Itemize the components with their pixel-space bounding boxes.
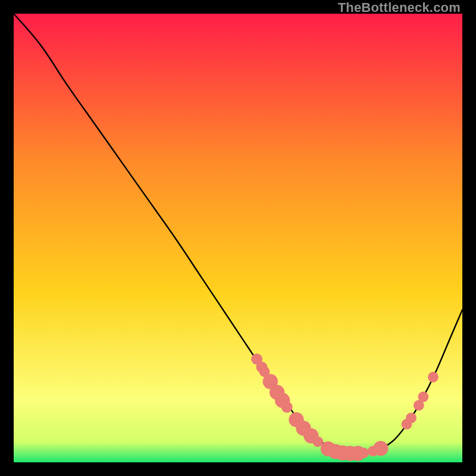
data-marker xyxy=(358,447,369,458)
chart-frame xyxy=(14,14,462,462)
data-marker xyxy=(418,392,429,402)
data-marker xyxy=(373,441,388,456)
bottleneck-chart xyxy=(14,14,462,462)
data-marker xyxy=(406,412,416,423)
data-marker xyxy=(281,402,293,413)
gradient-background xyxy=(14,14,462,462)
data-marker xyxy=(428,372,439,383)
watermark-text: TheBottleneck.com xyxy=(338,0,461,15)
